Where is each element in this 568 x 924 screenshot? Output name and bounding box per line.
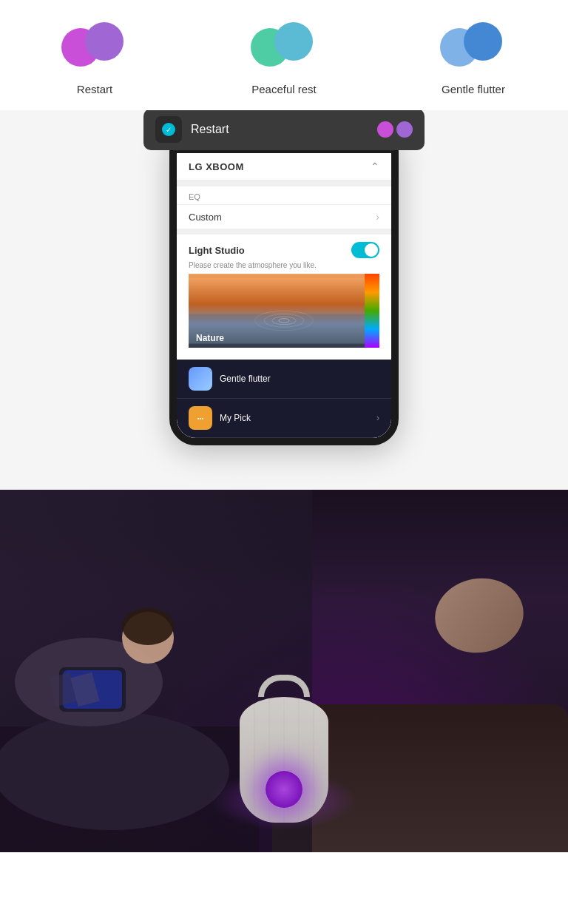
restart-circle-right <box>85 22 124 61</box>
svg-point-7 <box>0 712 229 830</box>
speaker-handle <box>258 675 310 697</box>
restart-circles <box>61 22 128 74</box>
mode-restart: Restart <box>61 22 128 95</box>
light-studio-row: Light Studio <box>189 242 379 258</box>
eq-value: Custom <box>189 212 222 223</box>
phone-content: LG XBOOM ⌃ EQ Custom › Light Studio <box>177 153 391 438</box>
mode-flutter: Gentle flutter <box>440 22 507 95</box>
room-photo-section <box>0 490 568 852</box>
mode-peaceful: Peaceful rest <box>251 22 317 95</box>
eq-section: EQ Custom › <box>177 186 391 229</box>
restart-bar-circles <box>377 121 413 138</box>
speaker-body <box>240 697 328 823</box>
nature-card[interactable]: Nature <box>189 274 379 348</box>
light-studio-label: Light Studio <box>189 245 245 256</box>
triangle-shape <box>136 445 432 490</box>
restart-overlay-bar[interactable]: ✓ Restart <box>143 110 425 150</box>
playlist-section: Gentle flutter ••• My Pick › <box>177 360 391 438</box>
my-pick-text: My Pick <box>220 413 369 423</box>
app-header: LG XBOOM ⌃ <box>177 153 391 181</box>
light-studio-toggle[interactable] <box>351 242 379 258</box>
nature-label: Nature <box>196 333 224 343</box>
phone-frame: 6:26 ▐▌▌ LTE ▓ LG XBOOM ⌃ EQ C <box>169 125 399 445</box>
flutter-circle-right <box>464 22 502 61</box>
restart-bar-circle-2 <box>396 121 413 138</box>
light-studio-section: Light Studio Please create the atmospher… <box>177 235 391 360</box>
phone-container: ✓ Restart 6:26 ▐▌▌ LTE ▓ <box>169 125 399 445</box>
flutter-circles <box>440 22 507 74</box>
app-chevron-up-icon[interactable]: ⌃ <box>371 161 379 172</box>
room-background <box>0 490 568 852</box>
my-pick-icon: ••• <box>189 406 212 430</box>
check-icon: ✓ <box>162 123 175 136</box>
flutter-label: Gentle flutter <box>442 83 505 95</box>
list-item-my-pick[interactable]: ••• My Pick › <box>177 399 391 438</box>
peaceful-circle-right <box>274 22 313 61</box>
my-pick-chevron-icon: › <box>376 413 379 423</box>
gentle-flutter-text: Gentle flutter <box>220 374 379 384</box>
gentle-flutter-icon <box>189 367 212 391</box>
speaker <box>232 675 336 823</box>
eq-chevron-right-icon: › <box>376 211 379 223</box>
eq-custom-row[interactable]: Custom › <box>177 204 391 229</box>
mode-icons-section: Restart Peaceful rest Gentle flutter <box>0 0 568 110</box>
peaceful-circles <box>251 22 317 74</box>
svg-point-10 <box>122 608 174 645</box>
peaceful-label: Peaceful rest <box>251 83 317 95</box>
restart-icon-background: ✓ <box>155 116 182 143</box>
eq-section-label: EQ <box>177 186 391 204</box>
pointer-triangle <box>0 445 568 490</box>
restart-bar-label: Restart <box>191 123 368 136</box>
app-title: LG XBOOM <box>189 161 244 172</box>
atmosphere-text: Please create the atmosphere you like. <box>189 261 379 269</box>
color-sidebar <box>365 274 379 348</box>
restart-label: Restart <box>77 83 112 95</box>
pillow <box>429 571 530 659</box>
phone-section: ✓ Restart 6:26 ▐▌▌ LTE ▓ <box>0 110 568 490</box>
list-item-gentle-flutter[interactable]: Gentle flutter <box>177 360 391 399</box>
speaker-light <box>266 771 302 808</box>
restart-bar-circle-1 <box>377 121 393 138</box>
